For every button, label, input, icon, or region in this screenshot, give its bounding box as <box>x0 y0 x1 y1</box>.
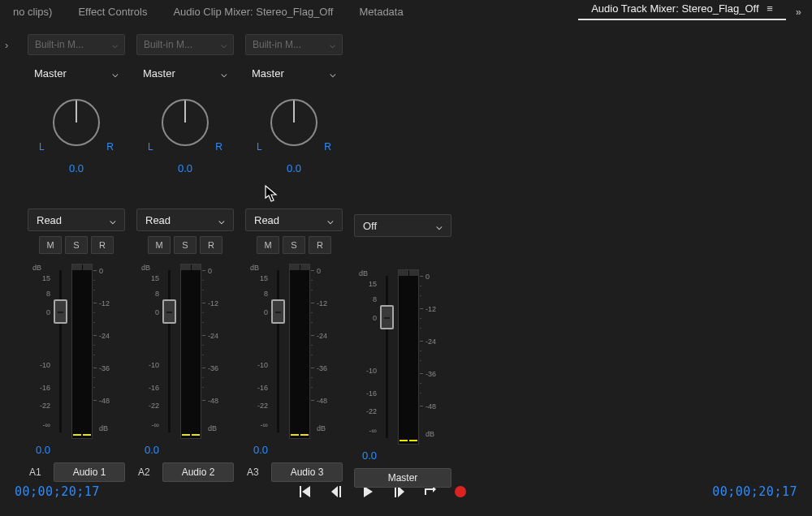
svg-rect-8 <box>395 486 396 497</box>
input-device-label: Built-in M... <box>35 39 84 50</box>
output-assignment-label: Master <box>34 67 67 80</box>
level-meter <box>180 264 201 439</box>
panel-menu-icon[interactable]: ≡ <box>767 2 773 15</box>
mute-button[interactable]: M <box>39 236 62 254</box>
timecode-in[interactable]: 00;00;20;17 <box>15 484 100 499</box>
panel-tabbar: no clips) Effect Controls Audio Clip Mix… <box>0 0 812 23</box>
automation-mode-label: Read <box>37 214 62 226</box>
automation-mode-dropdown[interactable]: Read⌵ <box>136 209 234 231</box>
chevron-down-icon: ⌵ <box>112 39 118 50</box>
input-device-dropdown[interactable]: Built-in M...⌵ <box>245 34 343 55</box>
chevron-down-icon: ⌵ <box>221 39 227 50</box>
go-to-in-button[interactable] <box>298 484 314 500</box>
chevron-down-icon: ⌵ <box>330 67 336 80</box>
timecode-out[interactable]: 00;00;20;17 <box>667 484 797 499</box>
input-device-dropdown[interactable]: Built-in M...⌵ <box>136 34 234 55</box>
output-assignment-dropdown[interactable]: Master ⌵ <box>28 62 125 84</box>
volume-value[interactable]: 0.0 <box>145 444 234 456</box>
level-meter <box>71 264 93 439</box>
channel-strip: Built-in M...⌵ Master⌵ LR 0.0 Read⌵ MSR … <box>132 34 239 474</box>
record-enable-button[interactable]: R <box>309 236 331 254</box>
pan-knob[interactable] <box>158 96 212 149</box>
svg-rect-7 <box>339 486 341 497</box>
volume-value[interactable]: 0.0 <box>362 449 451 462</box>
output-assignment-dropdown[interactable]: Master⌵ <box>136 62 234 84</box>
channel-strip: Built-in M...⌵ Master⌵ LR 0.0 Read⌵ MSR … <box>240 34 348 474</box>
pan-knob[interactable] <box>267 96 321 149</box>
automation-mode-dropdown[interactable]: Read⌵ <box>245 209 343 231</box>
pan-value[interactable]: 0.0 <box>69 162 84 174</box>
tab-audio-clip-mixer[interactable]: Audio Clip Mixer: Stereo_Flag_Off <box>160 6 346 18</box>
pan-value[interactable]: 0.0 <box>287 162 301 174</box>
chevron-down-icon: ⌵ <box>436 220 443 232</box>
pan-knob[interactable] <box>50 96 103 149</box>
volume-fader[interactable] <box>380 305 394 329</box>
master-strip: Off⌵ dB1580-10-16-22-∞ 0-12-24-36-48dB 0… <box>349 34 456 474</box>
tab-audio-track-mixer[interactable]: Audio Track Mixer: Stereo_Flag_Off ≡ <box>578 2 786 20</box>
track-name-field[interactable]: Audio 3 <box>271 462 343 482</box>
tab-metadata[interactable]: Metadata <box>346 6 416 18</box>
automation-mode-dropdown[interactable]: Off⌵ <box>354 214 451 237</box>
volume-fader[interactable] <box>54 299 67 324</box>
volume-fader[interactable] <box>162 299 176 324</box>
chevron-down-icon: ⌵ <box>330 39 335 50</box>
fader-track <box>59 270 62 432</box>
meter-scale: 0 -12 -24 -36 -48 dB <box>97 264 122 439</box>
svg-rect-6 <box>300 486 301 497</box>
track-name-field[interactable]: Audio 1 <box>54 462 125 482</box>
level-meter <box>289 264 310 439</box>
audio-track-mixer-panel: › Built-in M... ⌵ Master ⌵ L R 0.0 <box>0 23 812 474</box>
effects-sends-disclosure[interactable]: › <box>5 39 8 51</box>
track-name-field[interactable]: Master <box>354 468 451 488</box>
mute-button[interactable]: M <box>257 236 279 254</box>
tab-effect-controls[interactable]: Effect Controls <box>65 6 160 18</box>
tab-audio-track-mixer-label: Audio Track Mixer: Stereo_Flag_Off <box>591 2 758 15</box>
pan-value[interactable]: 0.0 <box>178 162 192 174</box>
pan-right-label: R <box>106 141 114 153</box>
step-back-button[interactable] <box>329 484 345 500</box>
pan-left-label: L <box>39 141 45 153</box>
chevron-down-icon: ⌵ <box>221 67 227 80</box>
solo-button[interactable]: S <box>283 236 305 254</box>
input-device-dropdown[interactable]: Built-in M... ⌵ <box>28 34 125 55</box>
fader-meter-block: dB 15 8 0 -10 -16 -22 -∞ <box>28 264 125 439</box>
volume-fader[interactable] <box>271 299 285 324</box>
solo-button[interactable]: S <box>174 236 197 254</box>
fader-scale: dB 15 8 0 -10 -16 -22 -∞ <box>28 264 52 439</box>
track-name-field[interactable]: Audio 2 <box>162 462 234 482</box>
chevron-down-icon: ⌵ <box>218 214 225 226</box>
solo-button[interactable]: S <box>65 236 88 254</box>
volume-value[interactable]: 0.0 <box>253 444 343 456</box>
channel-strip: Built-in M... ⌵ Master ⌵ L R 0.0 Read <box>23 34 130 474</box>
chevron-down-icon: ⌵ <box>112 67 119 80</box>
tab-source-no-clips[interactable]: no clips) <box>0 6 65 18</box>
tab-overflow-icon[interactable]: » <box>786 6 812 18</box>
output-assignment-dropdown[interactable]: Master⌵ <box>245 62 343 84</box>
chevron-down-icon: ⌵ <box>327 214 334 226</box>
volume-value[interactable]: 0.0 <box>36 444 125 456</box>
record-enable-button[interactable]: R <box>91 236 114 254</box>
record-enable-button[interactable]: R <box>200 236 222 254</box>
automation-mode-dropdown[interactable]: Read ⌵ <box>28 209 125 231</box>
track-id: A1 <box>29 467 47 478</box>
mute-button[interactable]: M <box>148 236 171 254</box>
chevron-down-icon: ⌵ <box>110 214 116 226</box>
level-meter <box>398 269 419 445</box>
